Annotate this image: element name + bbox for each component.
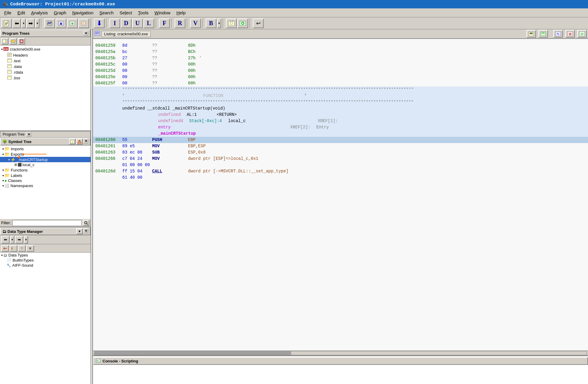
h-scrollbar[interactable] bbox=[93, 350, 588, 355]
menu-graph[interactable]: Graph bbox=[51, 10, 69, 16]
symbol-tree-imports[interactable]: ▾ 📁 Imports bbox=[0, 146, 91, 151]
listing-btn4[interactable]: ⊞ bbox=[565, 30, 575, 38]
dtm-nav-btn4[interactable]: ✕ bbox=[26, 245, 34, 252]
instr-call[interactable]: 0040126d ff 15 04 CALL dword ptr [->MSVC… bbox=[93, 168, 588, 174]
symbol-tree-btn2[interactable] bbox=[76, 139, 83, 145]
menu-navigation[interactable]: Navigation bbox=[69, 10, 97, 16]
code-line-2[interactable]: 0040125a bc ?? BCh bbox=[93, 49, 588, 55]
localc-label: local_c bbox=[22, 163, 34, 167]
toolbar-sep-4 bbox=[156, 19, 158, 28]
listing-tab[interactable]: Listing: crackme0x00.exe bbox=[101, 31, 151, 37]
toolbar-undo[interactable]: ↩ bbox=[253, 19, 264, 28]
menu-tools[interactable]: Tools bbox=[135, 10, 152, 16]
tree-item-root[interactable]: ▾ EXE crackme0x00.exe bbox=[0, 46, 91, 52]
code-line-1[interactable]: 00401259 8d ?? 8Dh bbox=[93, 43, 588, 49]
dtm-nav-btn1[interactable] bbox=[1, 245, 9, 252]
toolbar-letter-F[interactable]: F bbox=[159, 19, 170, 28]
toolbar-letter-L[interactable]: L bbox=[143, 19, 154, 28]
program-trees-close[interactable]: ✕ bbox=[83, 31, 88, 36]
dtm-close[interactable]: ✕ bbox=[83, 228, 88, 233]
dtm-forward[interactable]: ➡ bbox=[15, 236, 23, 244]
code-line-4[interactable]: 0040125c 00 ?? 00h bbox=[93, 61, 588, 68]
symbol-tree-functions[interactable]: ▾ 📁 Functions bbox=[0, 167, 91, 173]
symbol-tree-close[interactable]: ✕ bbox=[83, 139, 88, 143]
toolbar-back-dropdown[interactable]: ▼ bbox=[22, 19, 26, 28]
menu-search[interactable]: Search bbox=[97, 10, 117, 16]
console-content[interactable] bbox=[93, 365, 588, 384]
tree-item-text[interactable]: .text bbox=[0, 58, 91, 64]
dtm-forward-dd[interactable]: ▼ bbox=[24, 236, 28, 244]
symbol-tree-labels[interactable]: ▾ 📁 Labels bbox=[0, 173, 91, 178]
h-scrollbar-track[interactable] bbox=[94, 351, 587, 355]
menu-edit[interactable]: Edit bbox=[14, 10, 28, 16]
toolbar-snapshot[interactable] bbox=[226, 19, 237, 28]
toolbar-letter-B[interactable]: B bbox=[206, 19, 216, 28]
instr-mov2[interactable]: 00401266 c7 04 24 MOV dword ptr [ESP]=>l… bbox=[93, 156, 588, 162]
code-line-6[interactable]: 0040125e 00 ?? 00h bbox=[93, 74, 588, 80]
listing-btn5[interactable]: ⊡ bbox=[577, 30, 587, 38]
dtm-back[interactable]: ⬅ bbox=[1, 236, 10, 244]
listing-btn3[interactable]: ↖ bbox=[553, 30, 563, 38]
symbol-tree-localc[interactable]: ⊞ ⬛ local_c bbox=[0, 162, 91, 167]
toolbar-letter-I[interactable]: I bbox=[109, 19, 120, 28]
console-icon: >_ bbox=[96, 359, 101, 364]
toolbar-forward[interactable]: ➡ bbox=[26, 19, 35, 28]
instr-sub[interactable]: 00401263 83 ec 08 SUB ESP,0x8 bbox=[93, 149, 588, 156]
toolbar-snapshot2[interactable] bbox=[237, 19, 248, 28]
tree-item-headers[interactable]: Headers bbox=[0, 52, 91, 58]
program-tree-tab[interactable]: Program Tree ✕ bbox=[0, 131, 91, 138]
mnem-4: ?? bbox=[152, 61, 188, 68]
tree-item-data[interactable]: .data bbox=[0, 64, 91, 69]
instr-push[interactable]: 00401260 55 PUSH EBP bbox=[93, 137, 588, 143]
toolbar-B-dropdown[interactable]: ▼ bbox=[217, 19, 221, 28]
h-scrollbar-thumb[interactable] bbox=[94, 351, 291, 355]
filter-input[interactable] bbox=[12, 220, 82, 226]
program-tree-tab-close[interactable]: ✕ bbox=[26, 132, 31, 137]
dtm-menu-btn[interactable]: ▼ bbox=[76, 228, 83, 234]
code-line-7[interactable]: 0040125f 00 ?? 00h bbox=[93, 80, 588, 86]
toolbar-btn5[interactable]: ⊕ bbox=[67, 19, 78, 28]
op-call: dword ptr [->MSVCRT.DLL::__set_app_type] bbox=[188, 168, 288, 174]
symbol-tree-btn1[interactable]: + bbox=[69, 139, 76, 145]
toolbar-new[interactable] bbox=[1, 19, 12, 28]
toolbar-letter-R[interactable]: R bbox=[175, 19, 185, 28]
code-line-3[interactable]: 0040125b 27 ?? 27h' bbox=[93, 55, 588, 61]
symbol-tree-namespaces[interactable]: ▾ ⬜ Namespaces bbox=[0, 183, 91, 188]
toolbar-letter-U[interactable]: U bbox=[132, 19, 143, 28]
dtm-item-datatypes[interactable]: ▾ 🗂 Data Types bbox=[0, 253, 91, 258]
listing-btn1[interactable] bbox=[526, 30, 536, 38]
menu-analysis[interactable]: Analysis bbox=[28, 10, 51, 16]
filter-search-btn[interactable] bbox=[83, 220, 89, 226]
dtm-nav-btn3[interactable]: ⇑ bbox=[18, 245, 26, 252]
menu-window[interactable]: Window bbox=[152, 10, 173, 16]
toolbar-btn6[interactable]: ↕ bbox=[78, 19, 89, 28]
toolbar-letter-V[interactable]: V bbox=[190, 19, 201, 28]
svg-text:⊕: ⊕ bbox=[71, 22, 74, 25]
toolbar-btn4[interactable] bbox=[56, 19, 66, 28]
listing-btn2[interactable] bbox=[538, 30, 548, 38]
menu-file[interactable]: File bbox=[1, 10, 14, 16]
toolbar-back[interactable]: ⬅ bbox=[13, 19, 21, 28]
symbol-tree-maincrt[interactable]: ▾ ⚡ _mainCRTStartup bbox=[0, 157, 91, 162]
dtm-item-builtin[interactable]: 📄 BuiltInTypes bbox=[0, 258, 91, 263]
filter-label: Filter: bbox=[1, 221, 11, 225]
dtm-nav-btn2[interactable] bbox=[10, 245, 17, 252]
symbol-tree-classes[interactable]: ▾ ● Classes bbox=[0, 178, 91, 183]
dtm-item-aiff[interactable]: 🔧 AIFF-Sound bbox=[0, 263, 91, 268]
tree-item-rdata[interactable]: .rdata bbox=[0, 69, 91, 75]
menu-help[interactable]: Help bbox=[173, 10, 189, 16]
tree-new-btn[interactable] bbox=[1, 38, 8, 45]
toolbar-btn3[interactable] bbox=[44, 19, 55, 28]
toolbar-letter-D[interactable]: D bbox=[121, 19, 132, 28]
tree-item-bss[interactable]: .bss bbox=[0, 75, 91, 81]
menu-select[interactable]: Select bbox=[117, 10, 135, 16]
func-header-block: ****************************************… bbox=[93, 86, 588, 137]
toolbar-forward-dropdown[interactable]: ▼ bbox=[35, 19, 39, 28]
tree-delete-btn[interactable] bbox=[18, 38, 25, 45]
instr-mov1[interactable]: 00401261 89 e5 MOV EBP,ESP bbox=[93, 143, 588, 149]
tree-open-btn[interactable] bbox=[10, 38, 17, 45]
code-line-5[interactable]: 0040125d 00 ?? 00h bbox=[93, 68, 588, 74]
toolbar-down-arrow[interactable]: ⬇ bbox=[94, 19, 105, 28]
dtm-back-dd[interactable]: ▼ bbox=[10, 236, 14, 244]
code-view[interactable]: 00401259 8d ?? 8Dh 0040125a bc ?? BCh 00… bbox=[93, 39, 588, 350]
